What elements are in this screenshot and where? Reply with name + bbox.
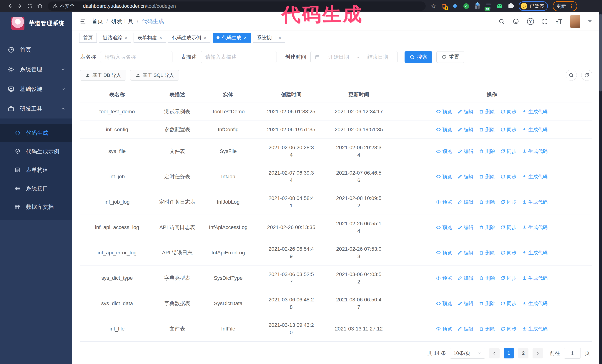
close-icon[interactable]: × bbox=[244, 35, 247, 40]
sync-action[interactable]: 同步 bbox=[501, 108, 516, 115]
extension-gem-icon[interactable] bbox=[452, 3, 458, 9]
preview-action[interactable]: 预览 bbox=[436, 126, 452, 133]
next-page-button[interactable] bbox=[533, 348, 543, 358]
edit-action[interactable]: 编辑 bbox=[458, 325, 473, 333]
close-icon[interactable]: × bbox=[204, 35, 206, 40]
avatar-caret-icon[interactable] bbox=[588, 20, 592, 23]
preview-action[interactable]: 预览 bbox=[436, 224, 452, 231]
search-button[interactable]: 搜索 bbox=[405, 51, 432, 63]
sync-action[interactable]: 同步 bbox=[501, 198, 516, 206]
tab-system-api[interactable]: 系统接口 × bbox=[253, 33, 285, 42]
close-icon[interactable]: × bbox=[279, 35, 281, 40]
sync-action[interactable]: 同步 bbox=[501, 274, 516, 282]
forward-icon[interactable] bbox=[15, 1, 25, 11]
font-size-icon[interactable]: TT bbox=[556, 18, 562, 25]
generate-code-action[interactable]: 生成代码 bbox=[522, 224, 548, 231]
edit-action[interactable]: 编辑 bbox=[458, 108, 473, 115]
delete-action[interactable]: 删除 bbox=[479, 224, 495, 231]
sync-action[interactable]: 同步 bbox=[501, 300, 516, 307]
delete-action[interactable]: 删除 bbox=[479, 147, 495, 155]
page-button-2[interactable]: 2 bbox=[518, 348, 528, 358]
sidebar-item-dev-tools[interactable]: 研发工具 bbox=[0, 99, 72, 118]
sidebar-item-system-management[interactable]: 系统管理 bbox=[0, 60, 72, 79]
breadcrumb-home[interactable]: 首页 bbox=[92, 18, 103, 25]
extension-android-icon[interactable] bbox=[496, 3, 503, 9]
delete-action[interactable]: 删除 bbox=[479, 249, 495, 256]
home-icon[interactable] bbox=[35, 1, 45, 11]
delete-action[interactable]: 删除 bbox=[479, 325, 495, 333]
generate-code-action[interactable]: 生成代码 bbox=[522, 173, 548, 180]
generate-code-action[interactable]: 生成代码 bbox=[522, 126, 548, 133]
preview-action[interactable]: 预览 bbox=[436, 274, 452, 282]
submenu-item-form-builder[interactable]: 表单构建 bbox=[0, 161, 72, 179]
table-name-input[interactable] bbox=[100, 51, 172, 63]
sidebar-item-home[interactable]: 首页 bbox=[0, 40, 72, 60]
reset-button[interactable]: 重置 bbox=[436, 51, 464, 63]
edit-action[interactable]: 编辑 bbox=[458, 274, 473, 282]
delete-action[interactable]: 删除 bbox=[479, 198, 495, 206]
generate-code-action[interactable]: 生成代码 bbox=[522, 249, 548, 256]
tab-codegen[interactable]: 代码生成 × bbox=[213, 33, 251, 42]
submenu-item-codegen-example[interactable]: 代码生成示例 bbox=[0, 142, 72, 161]
edit-action[interactable]: 编辑 bbox=[458, 147, 473, 155]
sidebar-item-infrastructure[interactable]: 基础设施 bbox=[0, 79, 72, 99]
search-icon[interactable] bbox=[498, 18, 505, 25]
generate-code-action[interactable]: 生成代码 bbox=[522, 147, 548, 155]
sync-action[interactable]: 同步 bbox=[501, 147, 516, 155]
edit-action[interactable]: 编辑 bbox=[458, 126, 473, 133]
refresh-table-button[interactable] bbox=[581, 70, 592, 81]
delete-action[interactable]: 删除 bbox=[479, 274, 495, 282]
fullscreen-icon[interactable] bbox=[542, 18, 548, 25]
toggle-search-button[interactable] bbox=[566, 70, 577, 81]
generate-code-action[interactable]: 生成代码 bbox=[522, 325, 548, 333]
preview-action[interactable]: 预览 bbox=[436, 173, 452, 180]
preview-action[interactable]: 预览 bbox=[436, 198, 452, 206]
edit-action[interactable]: 编辑 bbox=[458, 249, 473, 256]
sync-action[interactable]: 同步 bbox=[501, 173, 516, 180]
extension-check-icon[interactable]: ✓ bbox=[463, 3, 469, 9]
scrollbar-thumb[interactable] bbox=[599, 14, 602, 92]
goto-page-input[interactable] bbox=[564, 348, 581, 359]
user-avatar[interactable] bbox=[570, 15, 580, 28]
page-scrollbar[interactable] bbox=[599, 12, 602, 364]
preview-action[interactable]: 预览 bbox=[436, 325, 452, 333]
not-secure-warning[interactable]: 不安全 bbox=[53, 3, 75, 10]
preview-action[interactable]: 预览 bbox=[436, 249, 452, 256]
browser-update-button[interactable]: 更新 ⋮ bbox=[553, 1, 577, 11]
prev-page-button[interactable] bbox=[489, 348, 500, 358]
date-range-picker[interactable]: 开始日期 - 结束日期 bbox=[311, 51, 398, 63]
github-icon[interactable] bbox=[513, 18, 519, 25]
extension-onoff-icon[interactable]: on bbox=[485, 3, 492, 9]
delete-action[interactable]: 删除 bbox=[479, 108, 495, 115]
tab-home[interactable]: 首页 bbox=[79, 33, 97, 42]
generate-code-action[interactable]: 生成代码 bbox=[522, 108, 548, 115]
submenu-item-db-docs[interactable]: 数据库文档 bbox=[0, 198, 72, 216]
extension-grid-icon[interactable] bbox=[474, 3, 481, 9]
tab-form-builder[interactable]: 表单构建 × bbox=[134, 33, 166, 42]
app-logo-row[interactable]: 芋道管理系统 bbox=[0, 12, 72, 34]
help-icon[interactable]: ? bbox=[527, 18, 534, 25]
address-bar[interactable]: 不安全 dashboard.yudao.iocoder.cn /tool/cod… bbox=[48, 1, 426, 11]
back-icon[interactable] bbox=[5, 1, 15, 11]
edit-action[interactable]: 编辑 bbox=[458, 300, 473, 307]
table-desc-input[interactable] bbox=[201, 51, 277, 63]
profile-paused-badge[interactable]: ☺ 已暂停 bbox=[519, 1, 548, 11]
delete-action[interactable]: 删除 bbox=[479, 173, 495, 180]
bookmark-star-icon[interactable]: ☆ bbox=[430, 3, 436, 9]
sync-action[interactable]: 同步 bbox=[501, 325, 516, 333]
extensions-puzzle-icon[interactable] bbox=[507, 3, 514, 9]
delete-action[interactable]: 删除 bbox=[479, 126, 495, 133]
page-button-1[interactable]: 1 bbox=[504, 348, 514, 358]
sync-action[interactable]: 同步 bbox=[501, 126, 516, 133]
sidebar-collapse-icon[interactable] bbox=[80, 18, 86, 25]
delete-action[interactable]: 删除 bbox=[479, 300, 495, 307]
preview-action[interactable]: 预览 bbox=[436, 147, 452, 155]
reload-icon[interactable] bbox=[25, 1, 35, 11]
submenu-item-system-api[interactable]: 系统接口 bbox=[0, 179, 72, 198]
edit-action[interactable]: 编辑 bbox=[458, 224, 473, 231]
extension-refresh-icon[interactable]: 1 bbox=[441, 3, 447, 9]
import-sql-button[interactable]: 基于 SQL 导入 bbox=[130, 70, 179, 81]
edit-action[interactable]: 编辑 bbox=[458, 173, 473, 180]
close-icon[interactable]: × bbox=[125, 35, 128, 40]
generate-code-action[interactable]: 生成代码 bbox=[522, 198, 548, 206]
